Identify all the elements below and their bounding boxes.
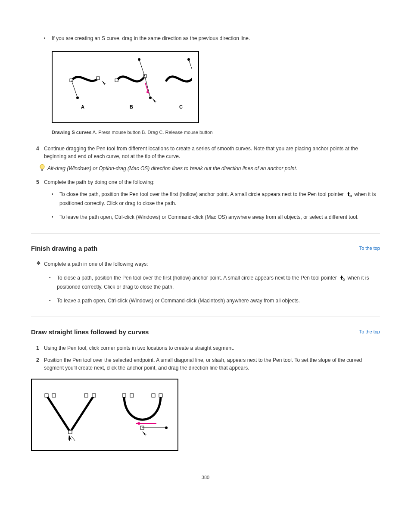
tip-alt-drag: Alt-drag (Windows) or Option-drag (Mac O… [39,165,380,172]
svg-point-3 [76,96,79,99]
bullet-s-curve: • If you are creating an S curve, drag i… [44,34,380,42]
finish-path-intro: ❖ Complete a path in one of the followin… [36,260,380,268]
svg-rect-30 [130,394,134,397]
svg-line-7 [139,59,145,76]
sec3-step-1: 1 Using the Pen tool, click corner point… [36,344,380,352]
tip-text: Alt-drag (Windows) or Option-drag (Mac O… [47,165,297,172]
svg-text:A: A [81,104,84,109]
svg-rect-27 [68,430,72,434]
diamond-icon: ❖ [36,260,44,266]
svg-point-22 [343,279,345,280]
to-top-link[interactable]: To the top [359,245,380,252]
svg-line-9 [145,76,150,98]
svg-rect-1 [97,77,100,80]
svg-point-8 [138,58,140,61]
heading-finish-path: Finish drawing a path [31,244,380,254]
figure-s-curve: A B [52,51,199,123]
svg-line-13 [189,59,192,76]
figure-straight-curve [31,379,178,451]
svg-point-14 [187,58,190,61]
svg-rect-26 [92,394,96,397]
step5-bullet-open: • To leave the path open, Ctrl-click (Wi… [52,213,380,221]
svg-point-18 [40,164,44,169]
finish-close-bullet: • To close a path, position the Pen tool… [49,274,380,291]
svg-rect-32 [159,394,162,397]
step-5: 5 Complete the path by doing one of the … [36,178,380,186]
step-4: 4 Continue dragging the Pen tool from di… [36,145,380,160]
svg-rect-0 [70,79,73,82]
bullet-dot: • [44,34,52,42]
divider [31,233,380,233]
heading-straight-then-curve: Draw straight lines followed by curves [31,327,380,337]
finish-open-bullet: • To leave a path open, Ctrl-click (Wind… [49,297,380,305]
divider [31,317,380,317]
svg-rect-29 [122,394,126,397]
step5-bullet-close: • To close the path, position the Pen to… [52,190,380,207]
pen-close-icon [339,275,345,283]
to-top-link[interactable]: To the top [359,328,380,336]
svg-rect-31 [152,394,155,397]
svg-text:B: B [130,104,133,109]
sec3-step-2: 2 Position the Pen tool over the selecte… [36,356,380,372]
svg-line-2 [72,81,78,98]
svg-rect-19 [41,169,43,170]
figure1-caption: Drawing S curves A. Press mouse button B… [52,129,380,136]
svg-text:C: C [179,104,183,109]
svg-rect-25 [84,394,88,397]
svg-point-10 [149,96,152,99]
lightbulb-icon [39,164,47,172]
svg-point-21 [350,195,352,196]
svg-rect-24 [52,394,56,397]
pen-close-icon [346,191,352,199]
page-number: 380 [31,474,380,481]
svg-rect-5 [115,79,118,82]
svg-line-28 [72,436,75,441]
bullet-s-curve-text: If you are creating an S curve, drag in … [52,34,380,42]
svg-rect-23 [45,394,48,397]
svg-point-35 [165,426,168,429]
